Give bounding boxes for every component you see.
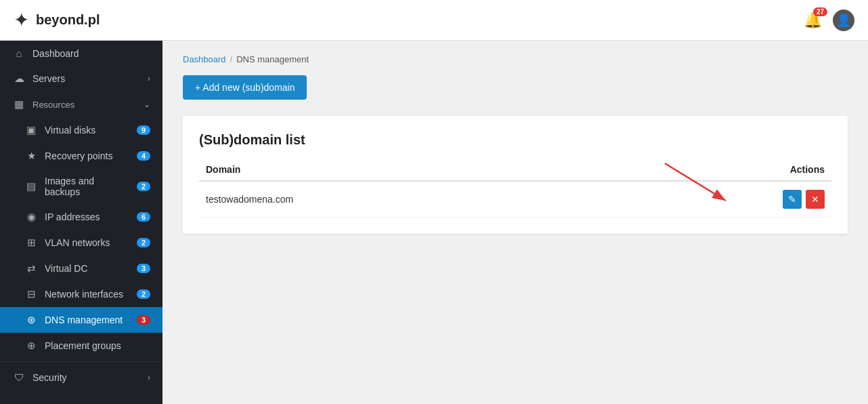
domain-col-header: Domain [199,159,607,181]
sidebar-item-label: Resources [32,100,137,110]
table-row: testowadomena.com ✎ ✕ [199,181,831,218]
chevron-down-icon: ⌄ [144,100,150,109]
actions-cell: ✎ ✕ [607,181,831,218]
sidebar-item-label: Virtual DC [45,263,130,274]
header-right: 🔔 27 👤 [804,9,854,31]
sidebar-item-security[interactable]: 🛡 Security › [0,365,162,390]
domain-table: Domain Actions testowadomena.com ✎ ✕ [199,159,831,218]
domain-cell: testowadomena.com [199,181,607,218]
network-interfaces-icon: ⊟ [24,288,38,300]
sidebar-item-ip-addresses[interactable]: ◉ IP addresses 6 [0,204,162,230]
sidebar-item-label: Network interfaces [45,289,130,300]
ip-addresses-icon: ◉ [24,211,38,223]
top-header: ✦ beyond.pl 🔔 27 👤 [0,0,868,41]
recovery-points-icon: ★ [24,150,38,162]
virtual-dc-icon: ⇄ [24,262,38,275]
sidebar-item-dns-management[interactable]: ⊛ DNS management 3 [0,307,162,333]
sidebar-item-vlan-networks[interactable]: ⊞ VLAN networks 2 [0,230,162,256]
placement-groups-icon: ⊕ [24,340,38,352]
images-backups-badge: 2 [137,182,150,191]
sidebar-item-label: Images and backups [45,176,130,197]
dns-management-badge: 3 [137,315,150,325]
notification-badge: 27 [813,7,827,16]
domain-card-wrapper: (Sub)domain list Domain Actions testowad… [183,116,848,234]
sidebar-item-recovery-points[interactable]: ★ Recovery points 4 [0,143,162,169]
sidebar-item-network-interfaces[interactable]: ⊟ Network interfaces 2 [0,281,162,307]
security-icon: 🛡 [12,371,26,383]
sidebar-item-label: Servers [32,73,141,84]
sidebar-item-label: DNS management [45,315,130,325]
sidebar-item-label: VLAN networks [45,237,130,248]
action-buttons: ✎ ✕ [614,190,825,209]
images-backups-icon: ▤ [24,180,38,193]
resources-icon: ▦ [12,98,26,110]
sidebar-item-label: Virtual disks [45,125,130,136]
edit-domain-button[interactable]: ✎ [783,190,802,209]
vlan-networks-badge: 2 [137,238,150,247]
content-area: Dashboard / DNS management + Add new (su… [162,41,868,404]
recovery-points-badge: 4 [137,151,150,161]
logo-text: beyond.pl [36,12,100,28]
domain-list-title: (Sub)domain list [199,132,831,148]
chevron-right-icon: › [148,373,150,382]
ip-addresses-badge: 6 [137,212,150,222]
sidebar-item-resources[interactable]: ▦ Resources ⌄ [0,92,162,117]
virtual-disks-badge: 9 [137,125,150,135]
servers-icon: ☁ [12,73,26,85]
breadcrumb-current: DNS management [236,54,309,64]
sidebar: ⌂ Dashboard ☁ Servers › ▦ Resources ⌄ ▣ … [0,41,162,404]
sidebar-item-images-backups[interactable]: ▤ Images and backups 2 [0,169,162,204]
sidebar-item-label: IP addresses [45,211,130,222]
sidebar-item-placement-groups[interactable]: ⊕ Placement groups [0,333,162,359]
main-layout: ⌂ Dashboard ☁ Servers › ▦ Resources ⌄ ▣ … [0,41,868,404]
sidebar-item-servers[interactable]: ☁ Servers › [0,66,162,92]
chevron-right-icon: › [148,74,150,83]
dns-management-icon: ⊛ [24,314,38,326]
avatar-button[interactable]: 👤 [833,9,854,31]
actions-col-header: Actions [607,159,831,181]
delete-domain-button[interactable]: ✕ [806,190,825,209]
logo-icon: ✦ [14,9,29,31]
dashboard-icon: ⌂ [12,47,26,59]
sidebar-divider [0,361,162,362]
notification-button[interactable]: 🔔 27 [804,12,822,29]
sidebar-item-label: Dashboard [32,48,150,59]
vlan-networks-icon: ⊞ [24,237,38,249]
virtual-dc-badge: 3 [137,264,150,273]
breadcrumb-separator: / [230,54,233,64]
add-subdomain-button[interactable]: + Add new (sub)domain [183,75,307,100]
sidebar-item-dashboard[interactable]: ⌂ Dashboard [0,41,162,66]
domain-card: (Sub)domain list Domain Actions testowad… [183,116,848,234]
sidebar-item-label: Placement groups [45,340,150,351]
sidebar-item-virtual-dc[interactable]: ⇄ Virtual DC 3 [0,256,162,281]
sidebar-item-label: Recovery points [45,150,130,161]
sidebar-item-virtual-disks[interactable]: ▣ Virtual disks 9 [0,117,162,143]
network-interfaces-badge: 2 [137,289,150,299]
sidebar-item-label: Security [32,372,141,383]
logo-area: ✦ beyond.pl [14,9,100,31]
virtual-disks-icon: ▣ [24,124,38,136]
breadcrumb-dashboard[interactable]: Dashboard [183,54,226,64]
avatar-icon: 👤 [836,13,851,28]
breadcrumb: Dashboard / DNS management [183,54,848,64]
